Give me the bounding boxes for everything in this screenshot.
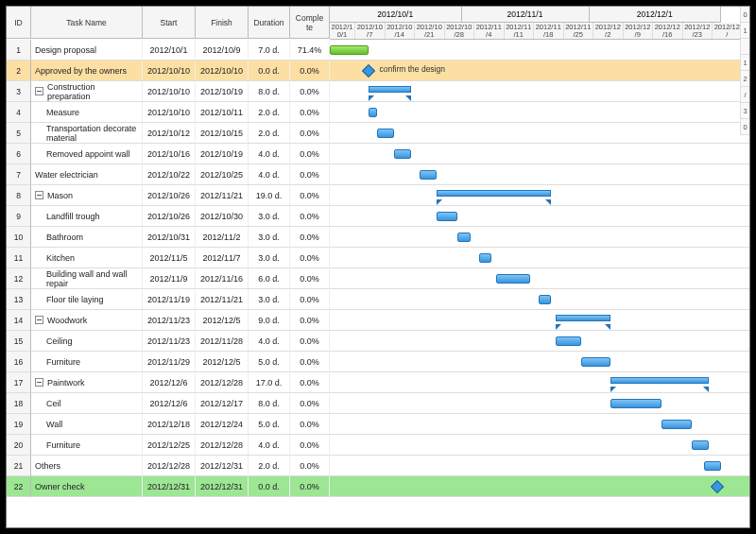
cell-id[interactable]: 13 xyxy=(7,289,31,310)
cell-task-name[interactable]: Floor tile laying xyxy=(31,289,143,310)
cell-task-name[interactable]: Measure xyxy=(31,102,143,123)
table-row[interactable]: 16Furniture2012/11/292012/12/55.0 d.0.0% xyxy=(7,352,749,372)
summary-bar[interactable] xyxy=(437,190,552,197)
cell-id[interactable]: 15 xyxy=(7,331,31,352)
task-bar[interactable] xyxy=(394,149,411,159)
table-row[interactable]: 4Measure2012/10/102012/10/112.0 d.0.0% xyxy=(7,102,749,123)
cell-task-name[interactable]: Ceiling xyxy=(31,331,143,352)
task-bar[interactable] xyxy=(457,233,471,242)
table-row[interactable]: 5Transportation decorate material2012/10… xyxy=(7,123,749,144)
cell-task-name[interactable]: Others xyxy=(31,456,143,476)
expand-toggle-icon[interactable] xyxy=(35,87,43,95)
table-row[interactable]: 11Kitchen2012/11/52012/11/73.0 d.0.0% xyxy=(7,248,749,268)
task-bar[interactable] xyxy=(437,212,458,221)
col-duration[interactable]: Duration xyxy=(249,7,290,39)
cell-id[interactable]: 5 xyxy=(7,123,31,144)
cell-task-name[interactable]: Building wall and wall repair xyxy=(31,268,143,289)
cell-id[interactable]: 21 xyxy=(7,456,31,476)
cell-id[interactable]: 9 xyxy=(7,206,31,227)
cell-id[interactable]: 11 xyxy=(7,248,31,268)
cell-id[interactable]: 3 xyxy=(7,81,31,102)
summary-bar[interactable] xyxy=(369,86,411,93)
task-bar[interactable] xyxy=(662,420,692,429)
cell-id[interactable]: 10 xyxy=(7,227,31,248)
table-row[interactable]: 7Water electrician2012/10/222012/10/254.… xyxy=(7,164,749,185)
task-bar[interactable] xyxy=(377,129,394,138)
milestone-diamond[interactable] xyxy=(710,480,723,493)
col-start[interactable]: Start xyxy=(143,7,196,39)
cell-id[interactable]: 17 xyxy=(7,372,31,393)
cell-id[interactable]: 20 xyxy=(7,435,31,456)
cell-task-name[interactable]: Paintwork xyxy=(31,372,143,393)
cell-finish: 2012/11/21 xyxy=(196,289,249,310)
task-bar[interactable] xyxy=(692,440,709,450)
table-row[interactable]: 14Woodwork2012/11/232012/12/59.0 d.0.0% xyxy=(7,310,749,331)
table-row[interactable]: 20Furniture2012/12/252012/12/284.0 d.0.0… xyxy=(7,435,749,456)
table-row[interactable]: 1Design proposal2012/10/12012/10/97.0 d.… xyxy=(7,40,749,60)
task-bar[interactable] xyxy=(556,336,581,346)
cell-id[interactable]: 8 xyxy=(7,185,31,206)
table-row[interactable]: 6Removed appoint wall2012/10/162012/10/1… xyxy=(7,144,749,164)
cell-task-name[interactable]: Ceil xyxy=(31,393,143,414)
cell-task-name[interactable]: Design proposal xyxy=(31,40,143,60)
cell-finish: 2012/12/28 xyxy=(196,435,249,456)
cell-id[interactable]: 2 xyxy=(7,60,31,81)
cell-id[interactable]: 22 xyxy=(7,476,31,497)
table-row[interactable]: 22Owner check2012/12/312012/12/310.0 d.0… xyxy=(7,476,749,497)
task-bar[interactable] xyxy=(539,295,552,304)
cell-id[interactable]: 19 xyxy=(7,414,31,435)
task-bar[interactable] xyxy=(420,170,437,180)
table-row[interactable]: 12Building wall and wall repair2012/11/9… xyxy=(7,268,749,289)
cell-task-name[interactable]: Mason xyxy=(31,185,143,206)
cell-id[interactable]: 18 xyxy=(7,393,31,414)
summary-bar[interactable] xyxy=(610,377,709,384)
table-row[interactable]: 2Approved by the owners2012/10/102012/10… xyxy=(7,60,749,81)
task-bar[interactable] xyxy=(369,108,377,117)
cell-id[interactable]: 16 xyxy=(7,352,31,372)
cell-task-name[interactable]: Kitchen xyxy=(31,248,143,268)
expand-toggle-icon[interactable] xyxy=(35,191,43,199)
cell-id[interactable]: 6 xyxy=(7,144,31,164)
table-row[interactable]: 15Ceiling2012/11/232012/11/284.0 d.0.0% xyxy=(7,331,749,352)
task-bar[interactable] xyxy=(496,274,530,284)
task-bar[interactable] xyxy=(704,461,721,471)
table-row[interactable]: 17Paintwork2012/12/62012/12/2817.0 d.0.0… xyxy=(7,372,749,393)
cell-task-name[interactable]: Transportation decorate material xyxy=(31,123,143,144)
task-bar[interactable] xyxy=(581,357,611,367)
summary-bar[interactable] xyxy=(556,315,611,321)
task-bar[interactable] xyxy=(610,399,662,408)
col-finish[interactable]: Finish xyxy=(196,7,249,39)
table-row[interactable]: 19Wall2012/12/182012/12/245.0 d.0.0% xyxy=(7,414,749,435)
cell-id[interactable]: 1 xyxy=(7,40,31,60)
cell-task-name[interactable]: Construction preparation xyxy=(31,81,143,102)
cell-task-name[interactable]: Removed appoint wall xyxy=(31,144,143,164)
task-bar[interactable] xyxy=(330,45,369,55)
cell-task-name[interactable]: Landfill trough xyxy=(31,206,143,227)
cell-task-name[interactable]: Approved by the owners xyxy=(31,60,143,81)
task-bar[interactable] xyxy=(479,253,492,263)
col-name[interactable]: Task Name xyxy=(31,7,143,39)
table-row[interactable]: 9Landfill trough2012/10/262012/10/303.0 … xyxy=(7,206,749,227)
cell-task-name[interactable]: Wall xyxy=(31,414,143,435)
cell-task-name[interactable]: Woodwork xyxy=(31,310,143,331)
cell-id[interactable]: 7 xyxy=(7,164,31,185)
expand-toggle-icon[interactable] xyxy=(35,378,43,387)
milestone-diamond[interactable] xyxy=(361,64,374,78)
table-row[interactable]: 8Mason2012/10/262012/11/2119.0 d.0.0% xyxy=(7,185,749,206)
cell-id[interactable]: 4 xyxy=(7,102,31,123)
col-complete[interactable]: Comple te xyxy=(290,7,330,39)
cell-task-name[interactable]: Furniture xyxy=(31,435,143,456)
cell-task-name[interactable]: Owner check xyxy=(31,476,143,497)
cell-task-name[interactable]: Water electrician xyxy=(31,164,143,185)
expand-toggle-icon[interactable] xyxy=(35,316,43,324)
table-row[interactable]: 13Floor tile laying2012/11/192012/11/213… xyxy=(7,289,749,310)
cell-id[interactable]: 14 xyxy=(7,310,31,331)
table-row[interactable]: 10Bathroom2012/10/312012/11/23.0 d.0.0% xyxy=(7,227,749,248)
table-row[interactable]: 21Others2012/12/282012/12/312.0 d.0.0% xyxy=(7,456,749,476)
cell-task-name[interactable]: Furniture xyxy=(31,352,143,372)
col-id[interactable]: ID xyxy=(7,7,31,39)
table-row[interactable]: 3Construction preparation2012/10/102012/… xyxy=(7,81,749,102)
cell-id[interactable]: 12 xyxy=(7,268,31,289)
table-row[interactable]: 18Ceil2012/12/62012/12/178.0 d.0.0% xyxy=(7,393,749,414)
cell-task-name[interactable]: Bathroom xyxy=(31,227,143,248)
